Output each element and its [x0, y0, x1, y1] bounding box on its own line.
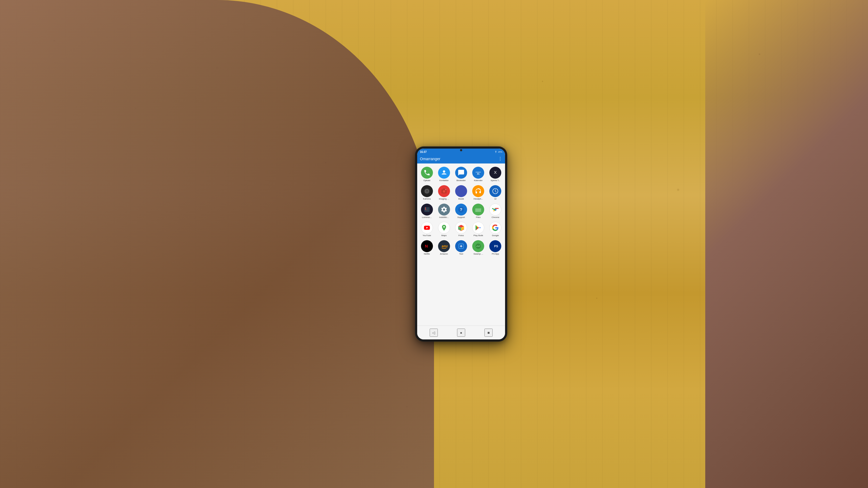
- app-item-imaging[interactable]: ×Imaging ...: [436, 184, 452, 201]
- app-item-beskeder[interactable]: Beskeder: [453, 166, 469, 183]
- app-label-beskeder: Beskeder: [457, 180, 466, 182]
- app-label-netflix: Netflix: [424, 253, 430, 255]
- app-icon-psapp: PS: [489, 240, 501, 252]
- svg-point-0: [496, 153, 496, 153]
- app-icon-headphones: [472, 185, 484, 197]
- app-item-files[interactable]: Files: [470, 202, 486, 220]
- top-bar: Omarranger ⋮: [417, 155, 505, 163]
- status-icons: 25%: [495, 151, 502, 153]
- app-item-lomme[interactable]: ×Lommer...: [419, 202, 435, 220]
- app-item-ur[interactable]: Ur: [488, 184, 503, 201]
- svg-text:PS: PS: [494, 245, 498, 248]
- app-label-kamera: Kamera: [423, 198, 431, 200]
- app-item-support[interactable]: ?Support: [453, 202, 469, 220]
- app-icon-imaging: ×: [438, 185, 450, 197]
- svg-text:31: 31: [477, 172, 479, 175]
- app-label-headphones: Headph...: [474, 198, 483, 200]
- app-icon-google: [489, 222, 501, 234]
- app-item-headphones[interactable]: Headph...: [470, 184, 486, 201]
- camera-notch: [460, 149, 462, 151]
- menu-button[interactable]: ⋮: [498, 156, 502, 161]
- phone-screen: 16.07 25% Omarranger ⋮ OpkaldKontakt: [417, 149, 505, 339]
- app-label-psapp: PS App: [492, 253, 499, 255]
- app-label-google: Google: [492, 234, 499, 237]
- app-label-ur: Ur: [494, 198, 496, 200]
- phone-device: 16.07 25% Omarranger ⋮ OpkaldKontakt: [415, 147, 507, 341]
- navigation-bar: ◁ ● ■: [417, 326, 505, 339]
- app-icon-musik: [455, 185, 467, 197]
- app-label-kalender: Kalender: [474, 180, 483, 182]
- app-label-youtube: YouTube: [423, 234, 431, 237]
- app-item-psapp[interactable]: PSPS App: [488, 239, 503, 257]
- app-icon-files: [472, 204, 484, 216]
- app-label-musik: Musik: [458, 198, 464, 200]
- app-icon-tool: [455, 240, 467, 252]
- app-icon-beskeder: [455, 167, 467, 178]
- app-label-swamp: Swamp ...: [473, 253, 483, 255]
- app-icon-netflix: N: [421, 240, 433, 252]
- battery-text: 25%: [498, 151, 502, 153]
- app-icon-kamera: [421, 185, 433, 197]
- app-icon-xperia: X: [489, 167, 501, 178]
- svg-point-12: [443, 190, 445, 193]
- hand-right: [705, 0, 868, 488]
- app-item-netflix[interactable]: NNetflix: [419, 239, 435, 257]
- svg-text:?: ?: [460, 207, 462, 212]
- recent-button[interactable]: ■: [485, 329, 493, 337]
- app-label-playbutik: Play Butik: [473, 234, 483, 237]
- app-item-opkald[interactable]: Opkald: [419, 166, 435, 183]
- app-item-xperia[interactable]: XXperia T...: [488, 166, 503, 183]
- app-label-support: Support: [457, 216, 465, 219]
- app-label-lomme: Lommer...: [422, 216, 432, 219]
- app-icon-kontakter: [438, 167, 450, 178]
- app-item-kamera[interactable]: Kamera: [419, 184, 435, 201]
- app-item-google[interactable]: Google: [488, 221, 503, 238]
- app-item-youtube[interactable]: YouTube: [419, 221, 435, 238]
- svg-text:N: N: [425, 244, 428, 249]
- svg-text:X: X: [494, 170, 497, 174]
- app-icon-indstillinger: [438, 204, 450, 216]
- phone-wrapper: 16.07 25% Omarranger ⋮ OpkaldKontakt: [415, 147, 507, 341]
- app-icon-support: ?: [455, 204, 467, 216]
- app-label-imaging: Imaging ...: [439, 198, 449, 200]
- app-icon-kalender: 31: [472, 167, 484, 178]
- app-item-indstillinger[interactable]: Indstillin...: [436, 202, 452, 220]
- app-label-fotos: Fotos: [458, 234, 464, 237]
- app-label-amazon: Amazon: [440, 253, 448, 255]
- app-icon-opkald: [421, 167, 433, 178]
- app-grid: OpkaldKontakterBeskeder31KalenderXXperia…: [417, 163, 505, 326]
- app-icon-ur: [489, 185, 501, 197]
- app-item-amazon[interactable]: amzAmazon: [436, 239, 452, 257]
- svg-rect-13: [443, 188, 445, 190]
- app-item-playbutik[interactable]: Play Butik: [470, 221, 486, 238]
- svg-text:amz: amz: [442, 245, 447, 248]
- svg-rect-6: [479, 170, 479, 171]
- app-label-indstillinger: Indstillin...: [439, 216, 449, 219]
- app-label-opkald: Opkald: [424, 180, 430, 182]
- app-item-chrome[interactable]: Chrome: [488, 202, 503, 220]
- home-button[interactable]: ●: [457, 329, 465, 337]
- app-icon-swamp: [472, 240, 484, 252]
- app-item-swamp[interactable]: Swamp ...: [470, 239, 486, 257]
- app-icon-lomme: ×: [421, 204, 433, 216]
- app-item-kontakter[interactable]: Kontakter: [436, 166, 452, 183]
- svg-text:×: ×: [426, 209, 427, 211]
- app-item-maps[interactable]: Maps: [436, 221, 452, 238]
- hand-area: [0, 0, 434, 488]
- app-icon-playbutik: [472, 222, 484, 234]
- wifi-icon: [495, 151, 497, 153]
- app-icon-chrome: [489, 204, 501, 216]
- app-icon-fotos: [455, 222, 467, 234]
- app-label-maps: Maps: [441, 234, 447, 237]
- app-label-chrome: Chrome: [492, 216, 499, 219]
- app-item-tool[interactable]: Tool: [453, 239, 469, 257]
- app-item-kalender[interactable]: 31Kalender: [470, 166, 486, 183]
- app-label-xperia: Xperia T...: [490, 180, 500, 182]
- app-icon-maps: [438, 222, 450, 234]
- back-button[interactable]: ◁: [430, 329, 438, 337]
- svg-point-1: [443, 170, 445, 173]
- svg-text:×: ×: [445, 189, 446, 191]
- app-item-musik[interactable]: Musik: [453, 184, 469, 201]
- svg-point-10: [426, 190, 428, 192]
- app-item-fotos[interactable]: Fotos: [453, 221, 469, 238]
